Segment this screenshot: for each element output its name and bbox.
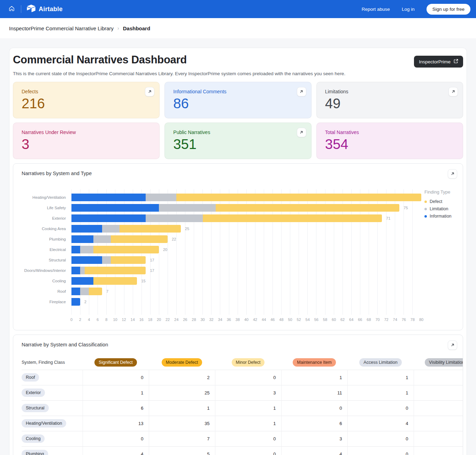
chart-x-tick-label: 36 xyxy=(224,317,233,322)
chart-bar-segment-limitation[interactable] xyxy=(102,256,111,264)
chart-x-tick-label: 42 xyxy=(251,317,260,322)
chart-row: Cooling15 xyxy=(22,276,463,286)
stat-card-value: 216 xyxy=(22,96,151,111)
inspectorprime-external-button[interactable]: InspectorPrime xyxy=(414,56,463,68)
chart-bar[interactable] xyxy=(71,246,159,253)
column-header-pill: Significant Defect xyxy=(94,358,137,367)
legend-item-limitation: Limitation xyxy=(424,205,456,213)
chart-bar-segment-limitation[interactable] xyxy=(146,214,202,222)
chart-row: Doors/Windows/Interior17 xyxy=(22,265,463,276)
stat-card-expand-button[interactable] xyxy=(448,87,458,96)
chart-bar-total-label: 17 xyxy=(150,256,154,264)
chart-bar-segment-defect[interactable] xyxy=(176,194,421,201)
chart-bar[interactable] xyxy=(71,214,382,222)
chart-bar[interactable] xyxy=(71,288,102,295)
sign-up-button[interactable]: Sign up for free xyxy=(427,4,470,15)
chart-bar-segment-information[interactable] xyxy=(71,246,80,253)
chart-x-tick-label: 38 xyxy=(233,317,242,322)
stat-card-label: Informational Comments xyxy=(173,89,302,94)
stat-card-limitations: Limitations49 xyxy=(316,82,463,118)
chart-bar-segment-information[interactable] xyxy=(71,204,159,212)
chart-bar[interactable] xyxy=(71,225,181,233)
chart-bar-segment-information[interactable] xyxy=(71,298,80,306)
chart-x-tick-label: 78 xyxy=(408,317,417,322)
chart-bar-segment-defect[interactable] xyxy=(120,225,181,233)
column-header-pill: Visibility Limitation xyxy=(425,358,463,367)
airtable-logo[interactable]: Airtable xyxy=(27,5,63,14)
chart-card: Narratives by System and Type Heating/Ve… xyxy=(13,163,463,330)
chart-category-label: Cooling xyxy=(22,279,71,283)
table-header-cell: Significant Defect xyxy=(83,355,149,370)
table-row[interactable]: Plumbing45040 xyxy=(22,446,463,455)
chart-x-tick-label: 50 xyxy=(286,317,295,322)
breadcrumb-current-page: Dashboard xyxy=(123,25,150,31)
external-link-icon xyxy=(454,59,458,64)
chart-bar-segment-limitation[interactable] xyxy=(93,235,111,243)
chart-bar-segment-information[interactable] xyxy=(71,214,146,222)
chart-bar[interactable] xyxy=(71,298,80,306)
home-button[interactable] xyxy=(6,3,17,15)
chart-bar[interactable] xyxy=(71,267,146,274)
table-row[interactable]: Cooling07030 xyxy=(22,431,463,446)
stat-card-defects: Defects216 xyxy=(13,82,160,118)
table-row[interactable]: Structural61100 xyxy=(22,400,463,416)
breadcrumb-chevron-icon: › xyxy=(117,25,119,31)
table-row-system-cell: Structural xyxy=(22,400,83,416)
table-row[interactable]: Heating/Ventilation1335164 xyxy=(22,416,463,431)
table-expand-button[interactable] xyxy=(448,340,457,350)
chart-bar[interactable] xyxy=(71,277,137,285)
chart-bar[interactable] xyxy=(71,204,399,212)
chart-bar-segment-limitation[interactable] xyxy=(102,225,120,233)
chart-bar-segment-limitation[interactable] xyxy=(80,267,85,274)
chart-x-tick-label: 28 xyxy=(189,317,198,322)
stat-card-expand-button[interactable] xyxy=(145,87,154,96)
breadcrumb: InspectorPrime Commercial Narrative Libr… xyxy=(0,18,476,38)
chart-bar-segment-information[interactable] xyxy=(71,277,93,285)
table-value-cell: 0 xyxy=(215,431,281,446)
chart-bar-segment-defect[interactable] xyxy=(89,288,102,295)
chart-bar-segment-defect[interactable] xyxy=(111,235,168,243)
chart-x-tick-label: 58 xyxy=(321,317,330,322)
chart-bar-segment-limitation[interactable] xyxy=(80,246,93,253)
stat-card-expand-button[interactable] xyxy=(297,128,306,137)
table-row[interactable]: Roof02011 xyxy=(22,370,463,385)
chart-x-tick-label: 0 xyxy=(67,317,76,322)
table-header-cell: Visibility Limitation xyxy=(414,355,463,370)
chart-bar-segment-defect[interactable] xyxy=(111,256,146,264)
chart-bar-segment-limitation[interactable] xyxy=(146,194,176,201)
chart-bar-segment-defect[interactable] xyxy=(85,267,146,274)
chart-bar-segment-defect[interactable] xyxy=(93,277,137,285)
chart-bar-segment-information[interactable] xyxy=(71,194,146,201)
chart-x-tick-label: 6 xyxy=(93,317,102,322)
log-in-link[interactable]: Log in xyxy=(402,7,415,12)
chart-row: Plumbing22 xyxy=(22,234,463,244)
table-row[interactable]: Exterior1253111 xyxy=(22,385,463,400)
legend-title: Finding Type xyxy=(424,189,456,195)
chart-bar-segment-defect[interactable] xyxy=(93,246,159,253)
column-header-pill: Maintenance Item xyxy=(293,358,336,367)
table-value-cell: 4 xyxy=(281,446,347,455)
chart-bar-segment-limitation[interactable] xyxy=(80,288,89,295)
chart-x-tick-label: 12 xyxy=(120,317,129,322)
chart-x-tick-label: 52 xyxy=(294,317,304,322)
chart-bar-segment-information[interactable] xyxy=(71,256,102,264)
chart-bar[interactable] xyxy=(71,194,421,201)
chart-bar[interactable] xyxy=(71,235,168,243)
dashboard-card: Commercial Narratives Dashboard Inspecto… xyxy=(9,48,467,455)
chart-bar-segment-information[interactable] xyxy=(71,225,102,233)
stat-card-expand-button[interactable] xyxy=(297,87,306,96)
inspectorprime-button-label: InspectorPrime xyxy=(419,59,451,64)
chart-bar[interactable] xyxy=(71,256,146,264)
chart-bar-segment-defect[interactable] xyxy=(216,204,399,212)
chart-bar-segment-information[interactable] xyxy=(71,235,93,243)
chart-bar-segment-information[interactable] xyxy=(71,288,80,295)
chart-expand-button[interactable] xyxy=(448,169,457,179)
breadcrumb-library-link[interactable]: InspectorPrime Commercial Narrative Libr… xyxy=(9,25,114,31)
report-abuse-link[interactable]: Report abuse xyxy=(362,7,390,12)
chart-row: Life Safety75 xyxy=(22,203,463,213)
chart-bar-segment-limitation[interactable] xyxy=(159,204,216,212)
chart-bar-segment-defect[interactable] xyxy=(203,214,382,222)
arrow-up-right-icon xyxy=(299,89,304,95)
system-pill: Cooling xyxy=(22,434,45,443)
chart-bar-segment-information[interactable] xyxy=(71,267,80,274)
